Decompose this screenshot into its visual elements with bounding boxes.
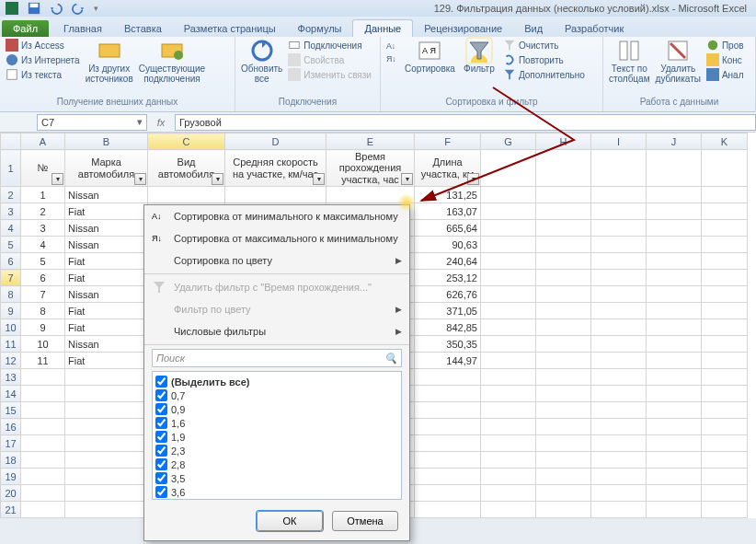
col-header-G[interactable]: G: [481, 133, 536, 150]
row-header[interactable]: 1: [1, 150, 21, 187]
tab-home[interactable]: Главная: [52, 20, 113, 37]
qat-dropdown-icon[interactable]: ▾: [94, 4, 98, 13]
cell[interactable]: 665,64: [415, 220, 481, 237]
ok-button[interactable]: ОК: [257, 511, 323, 531]
cell[interactable]: 240,64: [415, 253, 481, 270]
tab-view[interactable]: Вид: [513, 20, 554, 37]
btn-refresh-all[interactable]: Обновить все: [241, 39, 282, 84]
col-header-K[interactable]: K: [702, 133, 748, 150]
table-header-type[interactable]: Вид автомобиля▾: [148, 150, 225, 187]
cell[interactable]: 253,12: [415, 270, 481, 286]
cell[interactable]: 371,05: [415, 303, 481, 319]
btn-remove-duplicates[interactable]: Удалить дубликаты: [656, 39, 701, 84]
btn-existing-connections[interactable]: Существующие подключения: [139, 39, 205, 84]
row-header[interactable]: 20: [1, 485, 21, 502]
btn-from-access[interactable]: Из Access: [6, 39, 80, 52]
cell[interactable]: 5: [21, 253, 65, 270]
btn-other-sources[interactable]: Из других источников: [86, 39, 133, 84]
table-header-brand[interactable]: Марка автомобиля▾: [65, 150, 148, 187]
cell[interactable]: 1: [21, 187, 65, 203]
sort-descending[interactable]: Я↓ Сортировка от максимального к минимал…: [144, 227, 409, 249]
row-header[interactable]: 11: [1, 336, 21, 353]
row-header[interactable]: 3: [1, 203, 21, 220]
btn-reapply[interactable]: Повторить: [503, 53, 585, 66]
filter-value-item[interactable]: 2,3: [155, 444, 398, 457]
formula-input[interactable]: Грузовой: [175, 114, 756, 131]
col-header-D[interactable]: D: [225, 133, 326, 150]
row-header[interactable]: 12: [1, 353, 21, 369]
btn-clear-filter[interactable]: Очистить: [503, 39, 585, 52]
filter-value-item[interactable]: 1,6: [155, 416, 398, 430]
redo-icon[interactable]: [72, 2, 85, 15]
cell[interactable]: 842,85: [415, 319, 481, 336]
table-row[interactable]: 2 1 Nissan 131,25: [1, 187, 748, 203]
row-header[interactable]: 5: [1, 237, 21, 253]
btn-sort-asc[interactable]: А↓: [386, 39, 399, 52]
save-icon[interactable]: [28, 2, 40, 15]
cell[interactable]: Fiat: [65, 253, 148, 270]
filter-dropdown-B[interactable]: ▾: [134, 173, 146, 185]
cell[interactable]: Nissan: [65, 286, 148, 303]
btn-advanced[interactable]: Дополнительно: [503, 68, 585, 81]
col-header-A[interactable]: A: [21, 133, 65, 150]
col-header-B[interactable]: B: [65, 133, 148, 150]
tab-formulas[interactable]: Формулы: [287, 20, 353, 37]
cell[interactable]: 90,63: [415, 237, 481, 253]
row-header[interactable]: 6: [1, 253, 21, 270]
table-header-length[interactable]: Длина участка, км▾: [415, 150, 481, 187]
row-header[interactable]: 18: [1, 452, 21, 469]
cell[interactable]: 144,97: [415, 353, 481, 369]
tab-file[interactable]: Файл: [2, 20, 49, 37]
filter-value-item[interactable]: 4,1: [155, 499, 398, 500]
col-header-E[interactable]: E: [326, 133, 415, 150]
table-header-time[interactable]: Время прохождения участка, час▾: [326, 150, 415, 187]
filter-value-item[interactable]: 0,7: [155, 388, 398, 402]
cell[interactable]: 6: [21, 270, 65, 286]
btn-consolidate[interactable]: Конс: [706, 53, 744, 66]
row-header[interactable]: 13: [1, 369, 21, 386]
tab-review[interactable]: Рецензирование: [413, 20, 513, 37]
tab-insert[interactable]: Вставка: [113, 20, 173, 37]
cell[interactable]: [225, 187, 326, 203]
filter-value-item[interactable]: 3,6: [155, 485, 398, 499]
cancel-button[interactable]: Отмена: [332, 511, 398, 531]
cell[interactable]: Fiat: [65, 319, 148, 336]
cell[interactable]: 2: [21, 203, 65, 220]
sort-by-color[interactable]: Сортировка по цвету▶: [144, 249, 409, 272]
btn-connections[interactable]: Подключения: [288, 39, 372, 52]
table-header-speed[interactable]: Средняя скорость на участке, км/час▾: [225, 150, 326, 187]
cell[interactable]: Nissan: [65, 220, 148, 237]
filter-dropdown-A[interactable]: ▾: [52, 173, 63, 185]
fx-icon[interactable]: fx: [147, 117, 175, 128]
select-all-cell[interactable]: [1, 133, 21, 150]
filter-value-item[interactable]: 2,8: [155, 457, 398, 471]
filter-select-all[interactable]: (Выделить все): [155, 375, 398, 388]
cell[interactable]: 350,35: [415, 336, 481, 353]
sort-ascending[interactable]: А↓ Сортировка от минимального к максимал…: [144, 205, 409, 227]
cell[interactable]: Nissan: [65, 187, 148, 203]
cell[interactable]: Fiat: [65, 203, 148, 220]
cell[interactable]: Fiat: [65, 270, 148, 286]
row-header[interactable]: 19: [1, 469, 21, 485]
row-header[interactable]: 8: [1, 286, 21, 303]
filter-dropdown-D[interactable]: ▾: [313, 173, 325, 185]
row-header[interactable]: 17: [1, 435, 21, 452]
cell[interactable]: 131,25: [415, 187, 481, 203]
btn-text-to-columns[interactable]: Текст по столбцам: [609, 39, 650, 84]
number-filters[interactable]: Числовые фильтры▶: [144, 320, 409, 342]
row-header[interactable]: 14: [1, 386, 21, 402]
col-header-H[interactable]: H: [536, 133, 591, 150]
cell[interactable]: [148, 187, 225, 203]
row-header[interactable]: 21: [1, 502, 21, 518]
col-header-F[interactable]: F: [415, 133, 481, 150]
tab-developer[interactable]: Разработчик: [554, 20, 635, 37]
btn-from-web[interactable]: Из Интернета: [6, 53, 80, 66]
cell[interactable]: 3: [21, 220, 65, 237]
row-header[interactable]: 9: [1, 303, 21, 319]
tab-layout[interactable]: Разметка страницы: [173, 20, 287, 37]
name-box[interactable]: C7▾: [37, 114, 147, 131]
cell[interactable]: Fiat: [65, 353, 148, 369]
namebox-dropdown-icon[interactable]: ▾: [137, 116, 143, 128]
row-header[interactable]: 16: [1, 419, 21, 435]
cell[interactable]: 8: [21, 303, 65, 319]
